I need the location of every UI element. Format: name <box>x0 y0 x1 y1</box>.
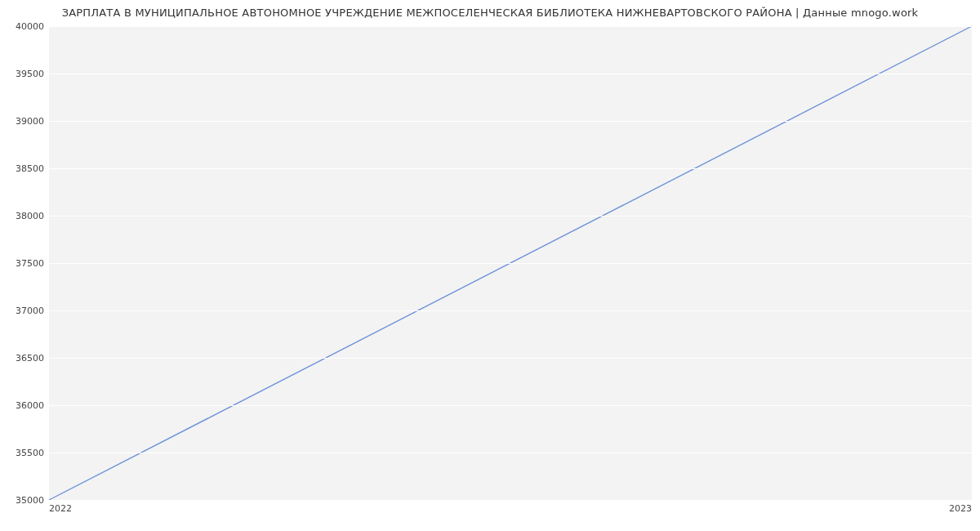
gridline <box>49 358 972 359</box>
y-tick-label: 35000 <box>3 495 44 506</box>
plot-area <box>49 26 972 500</box>
y-tick-label: 39500 <box>3 69 44 79</box>
y-tick-label: 36500 <box>3 353 44 364</box>
gridline <box>49 216 972 216</box>
y-tick-label: 35500 <box>3 448 44 458</box>
y-tick-label: 37000 <box>3 306 44 316</box>
gridline <box>49 168 972 169</box>
gridline <box>49 121 972 122</box>
salary-line-chart: ЗАРПЛАТА В МУНИЦИПАЛЬНОЕ АВТОНОМНОЕ УЧРЕ… <box>0 0 980 531</box>
y-tick-label: 38000 <box>3 211 44 221</box>
gridline <box>49 310 972 311</box>
y-tick-label: 39000 <box>3 116 44 127</box>
gridline <box>49 263 972 264</box>
gridline <box>49 26 972 27</box>
chart-title: ЗАРПЛАТА В МУНИЦИПАЛЬНОЕ АВТОНОМНОЕ УЧРЕ… <box>0 7 980 19</box>
y-tick-label: 37500 <box>3 258 44 269</box>
gridline <box>49 500 972 501</box>
gridline <box>49 453 972 453</box>
gridline <box>49 74 972 74</box>
y-tick-label: 40000 <box>3 21 44 32</box>
y-tick-label: 36000 <box>3 400 44 411</box>
y-tick-label: 38500 <box>3 163 44 174</box>
x-tick-label: 2022 <box>49 503 72 514</box>
gridline <box>49 405 972 406</box>
x-tick-label: 2023 <box>949 503 972 514</box>
